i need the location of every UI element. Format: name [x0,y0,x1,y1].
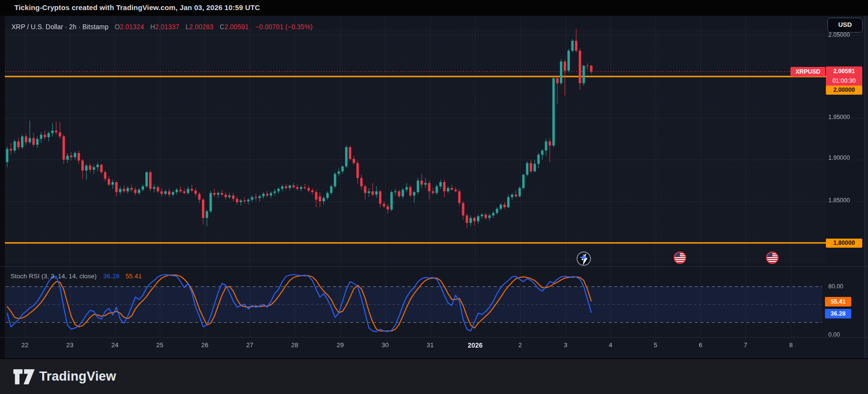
close-label: C [220,23,224,31]
time-axis-label: 28 [291,341,298,349]
tradingview-chart-window: Ticking-Cryptos created with TradingView… [0,0,868,394]
time-axis-label: 5 [654,341,657,349]
symbol-legend: XRP / U.S. Dollar · 2h · Bitstamp O2.013… [11,22,313,32]
time-axis-label: 8 [789,341,793,349]
time-axis-label: 23 [66,341,73,349]
resistance-level-label: 2.00000 [826,86,862,95]
time-axis-label: 4 [609,341,612,349]
currency-toggle-button[interactable]: USD [827,18,863,33]
time-axis-label: 2 [518,341,522,349]
high-label: H [150,23,155,31]
tradingview-logo-icon[interactable] [13,369,35,384]
time-axis-label: 26 [201,341,208,349]
us-flag-event-icon[interactable] [674,252,686,264]
bar-countdown: 01:00:30 [826,76,862,86]
stoch-axis-80: 80.00 [828,283,863,290]
lightning-event-icon[interactable] [577,252,591,266]
left-margin-strip [0,16,5,359]
last-price-label: 2.00591 01:00:30 [826,66,862,87]
stoch-d-label: 55.41 [825,297,851,306]
attribution-text: Ticking-Cryptos created with TradingView… [14,3,260,11]
pane-separator[interactable] [0,266,868,267]
change-value: −0.00701 (−0.35%) [256,23,313,31]
sparkle-icon [579,253,588,262]
chart-canvas[interactable] [0,0,868,394]
close-value: 2.00591 [224,23,249,31]
us-flag-event-icon-2[interactable] [766,252,779,264]
time-axis-label: 29 [336,341,344,349]
price-axis-label: 1.85000 [828,197,863,204]
symbol-price-tag: XRPUSD [790,67,825,77]
footer-bar: TradingView [0,359,868,394]
last-price-value: 2.00591 [826,66,862,76]
time-axis-label: 24 [111,341,118,349]
indicator-d-value: 55.41 [125,273,142,280]
open-value: 2.01324 [120,23,145,31]
axis-right-border [864,16,865,359]
low-label: L [186,23,189,31]
time-axis-label: 31 [426,341,434,349]
time-axis-border [0,337,868,338]
stoch-k-label: 36.28 [825,309,851,318]
stoch-axis-0: 0.00 [828,331,863,338]
time-axis-label: 3 [564,341,568,349]
flag-canton [675,252,680,257]
right-scrollbar[interactable] [865,16,868,359]
low-value: 2.00283 [189,23,214,31]
time-axis-label: 27 [246,341,253,349]
high-value: 2.01337 [155,23,179,31]
time-axis-label: 30 [381,341,389,349]
time-axis-label: 22 [21,341,28,349]
support-level-label: 1.80000 [826,239,862,248]
time-axis-label: 7 [744,341,747,349]
time-axis-label: 6 [699,341,702,349]
price-axis-label: 2.05000 [828,32,863,38]
flag-canton [767,252,772,257]
time-axis-label: 2026 [467,341,482,349]
open-label: O [115,23,120,31]
price-axis-label: 1.90000 [828,154,863,161]
price-axis-label: 1.95000 [828,114,863,120]
symbol-title[interactable]: XRP / U.S. Dollar · 2h · Bitstamp [11,23,109,31]
time-axis-label: 25 [156,341,163,349]
indicator-title[interactable]: Stoch RSI (3, 3, 14, 14, close) [11,273,97,280]
indicator-legend: Stoch RSI (3, 3, 14, 14, close) 36.28 55… [11,272,142,281]
attribution-bar: Ticking-Cryptos created with TradingView… [0,0,868,16]
tradingview-wordmark[interactable]: TradingView [39,369,116,384]
indicator-k-value: 36.28 [103,273,120,280]
